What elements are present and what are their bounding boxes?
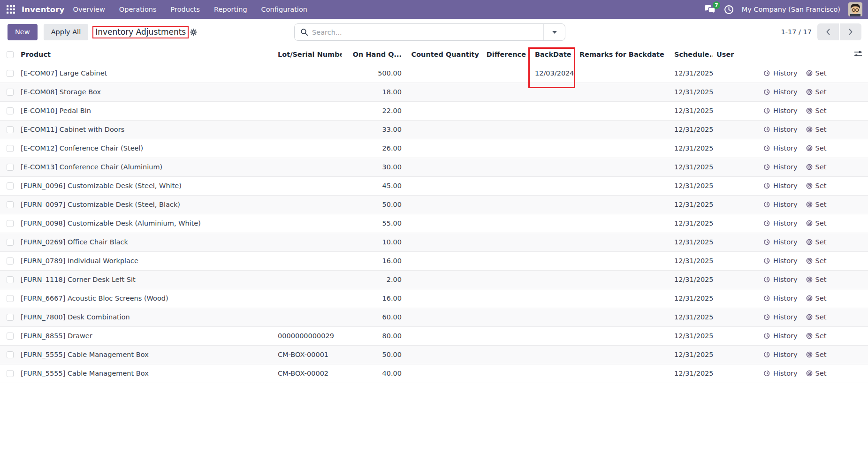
cell-on-hand-quantity[interactable]: 55.00 — [342, 214, 404, 233]
row-checkbox[interactable] — [7, 333, 14, 340]
table-row[interactable]: [E-COM11] Cabinet with Doors 33.00 12/31… — [0, 120, 868, 139]
menu-reporting[interactable]: Reporting — [214, 6, 247, 13]
row-checkbox[interactable] — [7, 164, 14, 171]
cell-scheduled-date[interactable]: 12/31/2025 — [671, 214, 713, 233]
history-button[interactable]: History — [764, 126, 798, 133]
activities-clock-icon[interactable] — [724, 5, 734, 15]
cell-product[interactable]: [FURN_0097] Customizable Desk (Steel, Bl… — [17, 195, 261, 214]
cell-scheduled-date[interactable]: 12/31/2025 — [671, 308, 713, 326]
cell-on-hand-quantity[interactable]: 26.00 — [342, 139, 404, 158]
select-all-checkbox[interactable] — [7, 51, 14, 58]
history-button[interactable]: History — [764, 219, 798, 227]
cell-product[interactable]: [FURN_5555] Cable Management Box — [17, 345, 261, 364]
cell-on-hand-quantity[interactable]: 30.00 — [342, 158, 404, 176]
history-button[interactable]: History — [764, 201, 798, 208]
app-name[interactable]: Inventory — [22, 5, 65, 14]
cell-product[interactable]: [FURN_1118] Corner Desk Left Sit — [17, 270, 261, 289]
cell-counted-quantity[interactable] — [404, 289, 481, 308]
cell-user[interactable] — [713, 251, 760, 270]
cell-lot-serial[interactable] — [261, 195, 342, 214]
page-title[interactable]: Inventory Adjustments — [95, 27, 186, 37]
set-button[interactable]: Set — [806, 257, 827, 265]
cell-user[interactable] — [713, 176, 760, 195]
cell-remarks[interactable] — [575, 289, 671, 308]
menu-products[interactable]: Products — [171, 6, 200, 13]
cell-remarks[interactable] — [575, 101, 671, 120]
set-button[interactable]: Set — [806, 107, 827, 114]
table-row[interactable]: [FURN_0096] Customizable Desk (Steel, Wh… — [0, 176, 868, 195]
table-row[interactable]: [E-COM13] Conference Chair (Aluminium) 3… — [0, 158, 868, 176]
table-row[interactable]: [FURN_0097] Customizable Desk (Steel, Bl… — [0, 195, 868, 214]
cell-lot-serial[interactable] — [261, 270, 342, 289]
cell-scheduled-date[interactable]: 12/31/2025 — [671, 326, 713, 345]
table-row[interactable]: [E-COM10] Pedal Bin 22.00 12/31/2025 His… — [0, 101, 868, 120]
cell-user[interactable] — [713, 289, 760, 308]
cell-user[interactable] — [713, 345, 760, 364]
cell-on-hand-quantity[interactable]: 10.00 — [342, 233, 404, 251]
history-button[interactable]: History — [764, 351, 798, 358]
cell-user[interactable] — [713, 214, 760, 233]
cell-product[interactable]: [E-COM07] Large Cabinet — [17, 64, 261, 83]
cell-remarks[interactable] — [575, 364, 671, 383]
set-button[interactable]: Set — [806, 126, 827, 133]
table-row[interactable]: [FURN_6667] Acoustic Bloc Screens (Wood)… — [0, 289, 868, 308]
header-product[interactable]: Product — [17, 45, 261, 64]
cell-lot-serial[interactable] — [261, 308, 342, 326]
cell-backdate[interactable] — [529, 289, 575, 308]
cell-lot-serial[interactable] — [261, 101, 342, 120]
cell-remarks[interactable] — [575, 120, 671, 139]
cell-on-hand-quantity[interactable]: 16.00 — [342, 289, 404, 308]
set-button[interactable]: Set — [806, 144, 827, 152]
header-user[interactable]: User — [713, 45, 760, 64]
row-checkbox[interactable] — [7, 126, 14, 133]
cell-backdate[interactable] — [529, 270, 575, 289]
history-button[interactable]: History — [764, 332, 798, 340]
cell-lot-serial[interactable]: CM-BOX-00001 — [261, 345, 342, 364]
cell-backdate[interactable] — [529, 308, 575, 326]
cell-product[interactable]: [E-COM10] Pedal Bin — [17, 101, 261, 120]
cell-backdate[interactable] — [529, 364, 575, 383]
cell-counted-quantity[interactable] — [404, 214, 481, 233]
cell-product[interactable]: [FURN_5555] Cable Management Box — [17, 364, 261, 383]
row-checkbox[interactable] — [7, 107, 14, 114]
cell-scheduled-date[interactable]: 12/31/2025 — [671, 101, 713, 120]
cell-lot-serial[interactable] — [261, 233, 342, 251]
cell-product[interactable]: [FURN_7800] Desk Combination — [17, 308, 261, 326]
row-checkbox[interactable] — [7, 89, 14, 96]
table-row[interactable]: [E-COM08] Storage Box 18.00 12/31/2025 H… — [0, 83, 868, 101]
header-on-hand-quantity[interactable]: On Hand Q... — [342, 45, 404, 64]
cell-counted-quantity[interactable] — [404, 139, 481, 158]
table-row[interactable]: [FURN_0269] Office Chair Black 10.00 12/… — [0, 233, 868, 251]
cell-scheduled-date[interactable]: 12/31/2025 — [671, 364, 713, 383]
row-checkbox[interactable] — [7, 220, 14, 227]
pager-previous-button[interactable] — [817, 23, 839, 40]
cell-remarks[interactable] — [575, 195, 671, 214]
set-button[interactable]: Set — [806, 201, 827, 208]
cell-lot-serial[interactable] — [261, 158, 342, 176]
cell-remarks[interactable] — [575, 326, 671, 345]
cell-user[interactable] — [713, 326, 760, 345]
cell-user[interactable] — [713, 101, 760, 120]
cell-backdate[interactable] — [529, 83, 575, 101]
cell-backdate[interactable] — [529, 120, 575, 139]
cell-on-hand-quantity[interactable]: 50.00 — [342, 345, 404, 364]
cell-on-hand-quantity[interactable]: 22.00 — [342, 101, 404, 120]
history-button[interactable]: History — [764, 69, 798, 77]
cell-scheduled-date[interactable]: 12/31/2025 — [671, 270, 713, 289]
cell-scheduled-date[interactable]: 12/31/2025 — [671, 120, 713, 139]
optional-columns-icon[interactable] — [854, 50, 862, 57]
cell-remarks[interactable] — [575, 251, 671, 270]
cell-product[interactable]: [FURN_6667] Acoustic Bloc Screens (Wood) — [17, 289, 261, 308]
cell-backdate[interactable] — [529, 214, 575, 233]
row-checkbox[interactable] — [7, 276, 14, 283]
cell-backdate[interactable] — [529, 233, 575, 251]
row-checkbox[interactable] — [7, 314, 14, 321]
cell-remarks[interactable] — [575, 214, 671, 233]
table-row[interactable]: [E-COM07] Large Cabinet 500.00 12/03/202… — [0, 64, 868, 83]
cell-backdate[interactable] — [529, 326, 575, 345]
history-button[interactable]: History — [764, 276, 798, 283]
cell-on-hand-quantity[interactable]: 33.00 — [342, 120, 404, 139]
cell-scheduled-date[interactable]: 12/31/2025 — [671, 289, 713, 308]
row-checkbox[interactable] — [7, 257, 14, 265]
history-button[interactable]: History — [764, 88, 798, 96]
